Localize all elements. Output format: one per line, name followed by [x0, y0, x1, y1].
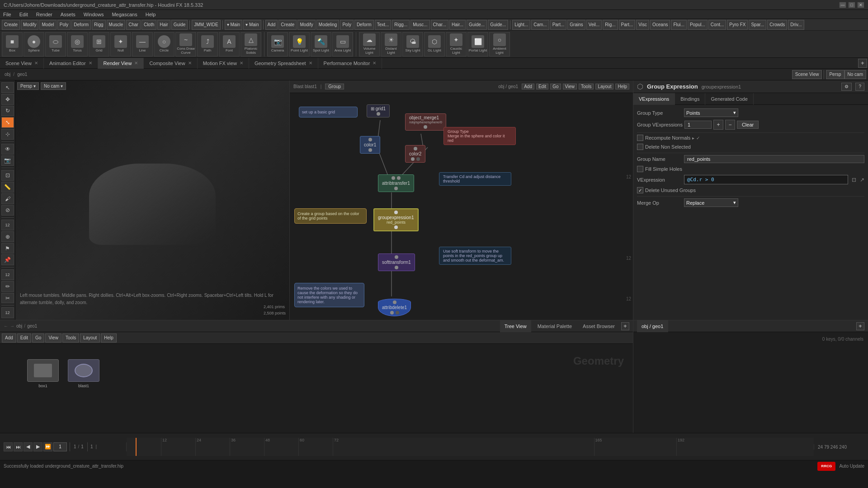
tb-driv[interactable]: Driv...: [788, 20, 804, 30]
tool-12-3[interactable]: 12: [1, 307, 14, 318]
breadcrumb-geo[interactable]: geo1: [14, 72, 30, 77]
tab-geo-spreadsheet[interactable]: Geometry Spreadsheet✕: [249, 58, 318, 69]
icon-volume-light[interactable]: ☁ Volume Light: [359, 32, 380, 56]
tab-close-render[interactable]: ✕: [134, 61, 138, 66]
vexpression-input[interactable]: [684, 175, 848, 184]
tb-lights[interactable]: Light...: [512, 20, 530, 30]
node-layout-btn[interactable]: Layout: [595, 84, 613, 89]
tb-part[interactable]: Part...: [550, 20, 567, 30]
add-tab-button[interactable]: +: [858, 59, 867, 68]
group-name-input[interactable]: [684, 155, 864, 163]
tb-text[interactable]: Text...: [375, 20, 392, 30]
icon-area-light[interactable]: ▭ Area Light: [332, 32, 353, 56]
tb-guide3[interactable]: Guide...: [467, 20, 487, 30]
icon-box[interactable]: ■ Box: [2, 32, 23, 56]
tab-close-perf[interactable]: ✕: [373, 61, 376, 66]
tab-scene-view[interactable]: Scene View✕: [0, 58, 44, 69]
mat-breadcrumb-geo[interactable]: geo1: [27, 324, 37, 328]
tb-main2[interactable]: ▾ Main: [243, 20, 261, 30]
mat-edit-btn[interactable]: Edit: [17, 333, 31, 343]
menu-megascans[interactable]: Megascans: [110, 12, 138, 17]
vexpr-ref-btn[interactable]: ↗: [860, 177, 864, 183]
mat-view-btn[interactable]: View: [45, 333, 61, 343]
node-color1[interactable]: color1: [360, 136, 380, 154]
icon-distant-light[interactable]: ☀ Distant Light: [381, 32, 401, 56]
tb-muscle2[interactable]: Musc...: [410, 20, 429, 30]
tb-popul[interactable]: Popul...: [688, 20, 708, 30]
tl-frame-input[interactable]: [53, 442, 67, 451]
props-settings-btn[interactable]: ⚙: [841, 83, 852, 91]
node-attribdelete1[interactable]: attribdelete1: [378, 299, 411, 316]
vexpr-minus-btn[interactable]: −: [725, 120, 735, 130]
tool-paint[interactable]: 🖌: [1, 193, 14, 204]
group-vexpr-input[interactable]: [684, 121, 712, 129]
tb-rigg2[interactable]: Rigg...: [392, 20, 410, 30]
icon-circle[interactable]: ○ Circle: [154, 32, 175, 56]
menu-edit[interactable]: Edit: [18, 12, 29, 17]
icon-torus[interactable]: ◎ Torus: [67, 32, 88, 56]
recompute-check-icon[interactable]: ✓: [696, 136, 700, 141]
icon-path[interactable]: ⤴ Path: [197, 32, 218, 56]
node-color2[interactable]: color2: [405, 145, 425, 163]
tab-close-composite[interactable]: ✕: [188, 61, 192, 66]
icon-tube[interactable]: ⬭ Tube: [45, 32, 66, 56]
tool-pencil[interactable]: ✏: [1, 281, 14, 292]
mat-breadcrumb-obj[interactable]: obj: [16, 324, 22, 328]
icon-font[interactable]: A Font: [219, 32, 240, 56]
tb-crowds[interactable]: Crowds: [767, 20, 787, 30]
node-object-merge1[interactable]: object_merge1 /obj/sphere/sphere/0: [405, 113, 446, 131]
icon-null[interactable]: ✦ Null: [110, 32, 131, 56]
tab-render-view[interactable]: Render View✕: [98, 58, 144, 69]
props-tab-vexpressions[interactable]: VExpressions: [633, 93, 675, 105]
tb-hair2[interactable]: Hair...: [449, 20, 466, 30]
node-canvas[interactable]: ⊞ grid1 color1 object_merge1 /obj/sphere…: [290, 93, 633, 320]
mat-add-tab-btn[interactable]: +: [621, 322, 629, 330]
tb-create2[interactable]: Create: [278, 20, 297, 30]
mat-go-btn[interactable]: Go: [32, 333, 44, 343]
tool-edit[interactable]: ✂: [1, 293, 14, 304]
mat-tab-tree-view[interactable]: Tree View: [500, 320, 531, 332]
merge-op-dropdown[interactable]: Replace ▾: [684, 198, 738, 207]
tb-cloth[interactable]: Cloth: [142, 20, 156, 30]
node-add-btn[interactable]: Add: [522, 84, 534, 89]
tb-rig[interactable]: Rig...: [603, 20, 618, 30]
vexpr-expand-btn[interactable]: ⊡: [850, 177, 858, 183]
icon-platonic[interactable]: △ Platonic Solids: [241, 32, 261, 56]
tl-next-frame[interactable]: ⏩: [43, 442, 52, 451]
tl-prev-frame[interactable]: ◀: [24, 442, 33, 451]
props-help-btn[interactable]: ?: [855, 83, 864, 91]
delete-nonselected-checkbox[interactable]: [637, 144, 643, 150]
view-cam-btn[interactable]: No cam ▾: [41, 82, 66, 90]
tb-jmm[interactable]: JMM_WIDE: [192, 20, 220, 30]
blast-header[interactable]: Blast blast1: [293, 84, 317, 89]
tb-grain[interactable]: Grains: [567, 20, 585, 30]
tl-skip-start[interactable]: ⏮: [4, 442, 13, 451]
icon-grid[interactable]: ⊞ Grid: [89, 32, 109, 56]
icon-sky-light[interactable]: 🌤 Sky Light: [402, 32, 423, 56]
node-go-btn[interactable]: Go: [550, 84, 561, 89]
node-edit-btn[interactable]: Edit: [536, 84, 548, 89]
menu-file[interactable]: File: [2, 12, 13, 17]
close-button[interactable]: ✕: [857, 2, 864, 8]
node-groupexpression1[interactable]: groupexpression1 red_points: [373, 208, 419, 231]
clear-button[interactable]: Clear: [737, 121, 759, 129]
tl-play-pause[interactable]: ▶: [33, 442, 42, 451]
tb-hair[interactable]: Hair: [157, 20, 170, 30]
icon-portal-light[interactable]: ⬜ Portal Light: [467, 32, 488, 56]
tab-anim-editor[interactable]: Animation Editor✕: [44, 58, 98, 69]
lr-tab-geo1[interactable]: obj / geo1: [637, 320, 668, 332]
menu-assets[interactable]: Assets: [59, 12, 77, 17]
3d-viewport[interactable]: Persp ▾ No cam ▾ Left mouse tumbles. Mid…: [15, 80, 289, 320]
vexpr-plus-btn[interactable]: +: [713, 120, 723, 130]
tool-handle[interactable]: ⊕: [1, 231, 14, 242]
tb-guide4[interactable]: Guide...: [488, 20, 508, 30]
group-type-dropdown[interactable]: Points ▾: [684, 108, 738, 117]
recompute-normals-checkbox[interactable]: [637, 135, 643, 141]
tool-select[interactable]: ↖: [1, 82, 14, 93]
tb-modeling[interactable]: Modeling: [316, 20, 340, 30]
node-grid1[interactable]: ⊞ grid1: [367, 104, 390, 117]
tab-composite[interactable]: Composite View✕: [144, 58, 197, 69]
tool-move[interactable]: ✥: [1, 94, 14, 105]
tb-modify[interactable]: Modify: [21, 20, 38, 30]
tool-camera[interactable]: 📷: [1, 155, 14, 166]
